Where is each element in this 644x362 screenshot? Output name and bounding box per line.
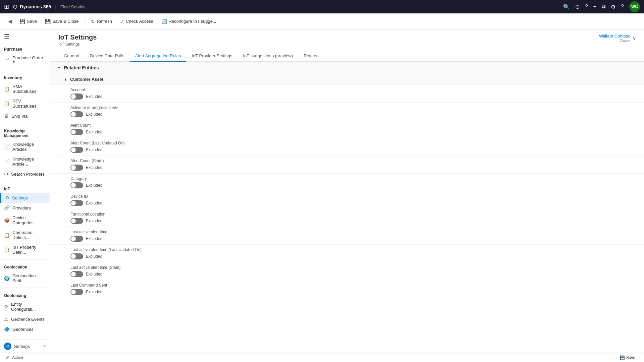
grid-menu-icon[interactable]: ⊞ xyxy=(4,3,9,10)
sidebar-section-label-knowledge: Knowledge Management xyxy=(0,125,50,139)
customer-asset-arrow-icon: ▼ xyxy=(64,77,67,81)
iot-property-defin-label: IoT Property Defin... xyxy=(12,245,46,255)
account-toggle[interactable] xyxy=(70,94,83,100)
device-categories-icon: 📦 xyxy=(4,218,10,223)
device-categories-label: Device Categories xyxy=(12,215,46,225)
customer-asset-subsection-header[interactable]: ▼ Customer Asset xyxy=(50,74,644,85)
knowledge-articles-icon: 📄 xyxy=(4,144,10,149)
knowledge-article-t-label: Knowledge Article... xyxy=(12,157,46,167)
category-toggle-text: Excluded xyxy=(86,183,102,188)
expand-icon[interactable]: ⤢ xyxy=(5,355,9,360)
save-button[interactable]: 💾 Save xyxy=(16,17,40,26)
tab-alert-aggregation-rules[interactable]: Alert Aggregation Rules xyxy=(130,51,186,62)
sidebar-item-device-categories[interactable]: 📦 Device Categories xyxy=(0,213,50,228)
sidebar-divider-4 xyxy=(0,259,50,259)
reconfigure-icon: 🔄 xyxy=(161,19,167,24)
status-bar-save-button[interactable]: 💾 Save xyxy=(616,354,639,361)
category-toggle[interactable] xyxy=(70,182,83,188)
sidebar-item-iot-property-defin[interactable]: 📋 IoT Property Defin... xyxy=(0,242,50,257)
save-close-label: Save & Close xyxy=(52,19,79,24)
bottom-settings-avatar: ⚙ xyxy=(4,343,11,350)
entity-configurati-icon: ⚙ xyxy=(4,304,8,309)
iot-property-defin-icon: 📋 xyxy=(4,247,10,252)
refresh-button[interactable]: ↻ Refresh xyxy=(88,17,115,26)
tab-related[interactable]: Related xyxy=(298,51,324,62)
recent-icon[interactable]: ⊙ xyxy=(575,4,580,10)
sidebar-item-bottom-settings[interactable]: ⚙ Settings ✕ xyxy=(0,340,50,353)
user-chevron-icon[interactable]: ∨ xyxy=(633,36,636,41)
sidebar-section-geolocation: Geolocation 🌍 Geolocation Setti... xyxy=(0,261,50,286)
refresh-label: Refresh xyxy=(97,19,112,24)
sidebar-item-rma-substatuses[interactable]: 📋 RMA Substatuses xyxy=(0,81,50,96)
bottom-settings-chevron: ✕ xyxy=(43,344,46,349)
related-entities-section-header[interactable]: ▼ Related Entities xyxy=(50,62,644,74)
sidebar-item-knowledge-article-t[interactable]: 📄 Knowledge Article... xyxy=(0,154,50,169)
related-entities-arrow-icon: ▼ xyxy=(57,65,61,70)
content-area: IoT Settings IoT Settings William Contos… xyxy=(50,29,644,353)
last-active-alert-time-state-toggle[interactable] xyxy=(70,271,83,277)
geofence-events-icon: ⚠ xyxy=(4,316,8,322)
tab-general[interactable]: General xyxy=(58,51,85,62)
app-logo[interactable]: ⬡ Dynamics 365 xyxy=(13,4,51,9)
last-command-sent-toggle-text: Excluded xyxy=(86,290,102,294)
knowledge-articles-label: Knowledge Articles xyxy=(12,142,46,152)
help-icon[interactable]: ? xyxy=(585,4,588,10)
tab-device-data-pulls[interactable]: Device Data Pulls xyxy=(85,51,130,62)
sidebar-item-ship-via[interactable]: 🖥 Ship Via xyxy=(0,111,50,121)
last-active-alert-time-updated-toggle[interactable] xyxy=(70,253,83,259)
field-row-last-active-alert-time-updated: Last active alert time (Last Updated On)… xyxy=(50,245,644,262)
alert-count-field-label: Alert Count xyxy=(70,123,624,128)
sidebar-item-purchase-order-s[interactable]: 📄 Purchase Order S... xyxy=(0,53,50,68)
functional-location-field-label: Functional Location xyxy=(70,212,624,217)
geolocation-setti-icon: 🌍 xyxy=(4,276,10,281)
sidebar-item-geofences[interactable]: 🔷 Geofences xyxy=(0,324,50,334)
sidebar-item-geofence-events[interactable]: ⚠ Geofence Events xyxy=(0,314,50,324)
purchase-order-icon: 📄 xyxy=(4,58,10,63)
ship-via-label: Ship Via xyxy=(11,114,28,119)
check-access-button[interactable]: ✓ Check Access xyxy=(117,17,157,26)
sidebar-bottom: ⚙ Settings ✕ xyxy=(0,340,50,353)
tab-iot-suggestions-preview[interactable]: IoT suggestions (preview) xyxy=(238,51,299,62)
search-icon[interactable]: 🔍 xyxy=(563,4,570,10)
field-row-account: Account Excluded xyxy=(50,85,644,103)
alert-count-last-updated-toggle[interactable] xyxy=(70,147,83,153)
sidebar-item-entity-configurati[interactable]: ⚙ Entity Configurati... xyxy=(0,299,50,314)
geofence-events-label: Geofence Events xyxy=(11,317,45,322)
user-avatar[interactable]: WC xyxy=(629,1,640,12)
refresh-icon: ↻ xyxy=(91,19,95,24)
alert-count-toggle[interactable] xyxy=(70,129,83,135)
sidebar-item-search-providers[interactable]: ⚙ Search Providers xyxy=(0,169,50,179)
save-close-button[interactable]: 💾 Save & Close xyxy=(42,17,82,26)
last-active-alert-time-toggle[interactable] xyxy=(70,236,83,242)
sidebar-section-knowledge: Knowledge Management 📄 Knowledge Article… xyxy=(0,125,50,179)
sidebar-item-rtv-substatuses[interactable]: 📋 RTV Substatuses xyxy=(0,96,50,111)
back-button[interactable]: ◀ xyxy=(5,16,15,26)
alert-count-state-toggle[interactable] xyxy=(70,165,83,171)
sidebar-item-command-definiti[interactable]: 📋 Command Definiti... xyxy=(0,228,50,242)
last-command-sent-toggle[interactable] xyxy=(70,289,83,295)
settings-label: Settings xyxy=(12,195,28,200)
help-docs-icon[interactable]: ? xyxy=(621,4,624,10)
tab-iot-provider-settings[interactable]: IoT Provider Settings xyxy=(186,51,237,62)
save-close-icon: 💾 xyxy=(45,19,51,24)
last-active-alert-time-state-field-label: Last active alert time (State) xyxy=(70,265,624,270)
customer-asset-label: Customer Asset xyxy=(70,77,103,82)
toolbar: ◀ 💾 Save 💾 Save & Close ↻ Refresh ✓ Chec… xyxy=(0,13,644,29)
sidebar-item-geolocation-setti[interactable]: 🌍 Geolocation Setti... xyxy=(0,271,50,286)
sidebar-item-knowledge-articles[interactable]: 📄 Knowledge Articles xyxy=(0,139,50,154)
sidebar-item-providers[interactable]: 🔗 Providers xyxy=(0,203,50,213)
reconfigure-button[interactable]: 🔄 Reconfigure IoT sugge... xyxy=(158,17,220,26)
device-id-toggle[interactable] xyxy=(70,200,83,206)
user-info[interactable]: William Contoso Owner ∨ xyxy=(599,34,636,43)
active-in-progress-toggle[interactable] xyxy=(70,111,83,117)
sidebar-toggle[interactable]: ☰ xyxy=(0,29,50,44)
new-record-icon[interactable]: + xyxy=(593,4,596,10)
sidebar-section-purchase: Purchase 📄 Purchase Order S... xyxy=(0,44,50,68)
device-id-toggle-text: Excluded xyxy=(86,201,102,205)
sidebar-item-settings[interactable]: ⚙ Settings xyxy=(0,193,50,203)
top-nav-icons: 🔍 ⊙ ? + ⧉ ⚙ ? WC xyxy=(563,1,640,12)
filter-icon[interactable]: ⧉ xyxy=(602,4,605,10)
settings-icon[interactable]: ⚙ xyxy=(611,4,615,10)
functional-location-toggle[interactable] xyxy=(70,218,83,224)
field-row-functional-location: Functional Location Excluded xyxy=(50,209,644,227)
